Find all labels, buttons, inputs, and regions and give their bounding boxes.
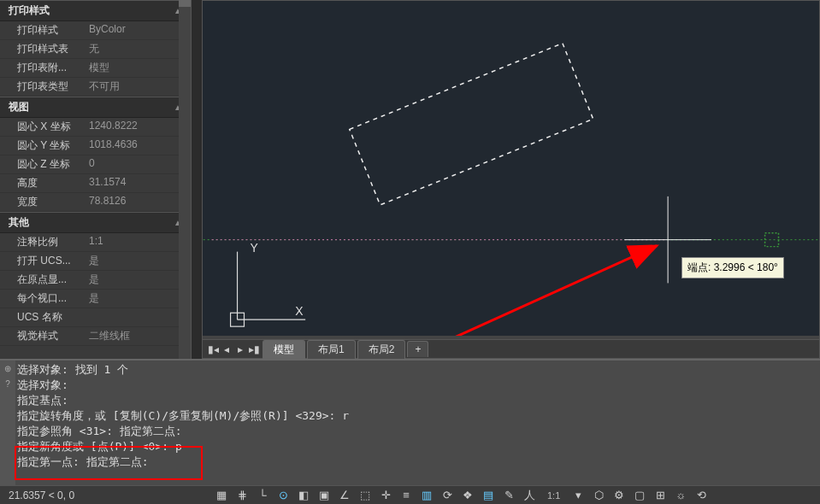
prop-value[interactable]: 0 — [86, 157, 191, 172]
prop-label: 打印表附... — [17, 61, 86, 75]
prop-value[interactable]: 1240.8222 — [86, 120, 191, 134]
prop-value[interactable]: 是 — [86, 254, 191, 268]
prop-label: 宽度 — [17, 195, 86, 209]
prop-row[interactable]: 在原点显...是 — [0, 271, 191, 290]
polar-icon[interactable]: ⊙ — [275, 489, 291, 502]
status-bar: 21.6357 < 0, 0 ▦ ⋕ └ ⊙ ◧ ▣ ∠ ⬚ ✛ ≡ ▥ ⟳ ❖… — [0, 485, 820, 504]
prop-value[interactable] — [86, 310, 191, 325]
prop-row[interactable]: 打开 UCS...是 — [0, 252, 191, 271]
prop-label: 打印表类型 — [17, 79, 86, 94]
prop-label: 注释比例 — [17, 235, 86, 249]
cmd-help-icon[interactable]: ? — [2, 379, 14, 391]
prop-value[interactable]: 是 — [86, 291, 191, 306]
status-coords[interactable]: 21.6357 < 0, 0 — [0, 489, 214, 501]
tab-add[interactable]: + — [407, 341, 428, 357]
prop-label: 高度 — [17, 176, 86, 190]
panel-scrollbar-track[interactable] — [179, 0, 191, 359]
cmd-line: 选择对象: 找到 1 个 — [17, 362, 817, 378]
prop-row[interactable]: 注释比例1:1 — [0, 233, 191, 252]
workspace-icon[interactable]: ⚙ — [611, 489, 627, 502]
dynucs-icon[interactable]: ⬚ — [357, 489, 373, 502]
cmd-line: 指定新角度或 [点(P)] <0>: p — [17, 439, 817, 454]
prop-value[interactable]: 不可用 — [86, 79, 191, 94]
panel-scrollbar-thumb[interactable] — [179, 0, 191, 7]
prop-label: 圆心 X 坐标 — [17, 120, 86, 134]
tab-nav-prev-icon[interactable]: ◂ — [220, 343, 233, 355]
anno-scale-person-icon[interactable]: 人 — [522, 489, 537, 502]
status-toggles: ▦ ⋕ └ ⊙ ◧ ▣ ∠ ⬚ ✛ ≡ ▥ ⟳ ❖ ▤ ✎ 人 1:1 ▾ ⬡ … — [214, 489, 709, 502]
prop-label: 打印样式表 — [17, 42, 86, 56]
osnap-icon[interactable]: ▣ — [316, 489, 332, 502]
tab-nav-first-icon[interactable]: ▮◂ — [206, 343, 220, 355]
prop-row[interactable]: 高度31.1574 — [0, 174, 191, 193]
tab-nav-next-icon[interactable]: ▸ — [233, 343, 247, 355]
polar-tooltip: 端点: 3.2996 < 180° — [681, 257, 784, 278]
svg-text:X: X — [295, 304, 303, 318]
3dosnap-icon[interactable]: ❖ — [460, 489, 475, 502]
prop-row[interactable]: 打印样式ByColor — [0, 21, 191, 40]
prop-value[interactable]: 是 — [86, 273, 191, 287]
section-title: 打印样式 — [9, 3, 50, 18]
prop-value[interactable]: ByColor — [86, 23, 191, 38]
cycle-icon[interactable]: ⟳ — [439, 489, 455, 502]
tab-layout2[interactable]: 布局2 — [357, 340, 406, 359]
prop-value[interactable]: 78.8126 — [86, 195, 191, 209]
section-header-view[interactable]: 视图 ▲ — [0, 97, 191, 118]
prop-value[interactable]: 1:1 — [86, 235, 191, 249]
otrack-icon[interactable]: ∠ — [337, 489, 352, 502]
layout-tabs: ▮◂ ◂ ▸ ▸▮ 模型 布局1 布局2 + — [203, 339, 819, 358]
iso-icon[interactable]: ◧ — [296, 489, 311, 502]
grid-icon[interactable]: ▦ — [214, 489, 229, 502]
tab-model[interactable]: 模型 — [263, 340, 305, 359]
cmd-line: 指定第一点: 指定第二点: — [17, 454, 817, 470]
snap-icon[interactable]: ⋕ — [234, 489, 250, 502]
prop-row[interactable]: 打印样式表无 — [0, 40, 191, 59]
anno-auto-icon[interactable]: ⬡ — [591, 489, 606, 502]
prop-value[interactable]: 无 — [86, 42, 191, 56]
prop-row[interactable]: 视觉样式二维线框 — [0, 327, 191, 346]
lineweight-icon[interactable]: ≡ — [398, 489, 414, 502]
hardware-icon[interactable]: ⊞ — [652, 489, 668, 502]
prop-label: 圆心 Z 坐标 — [17, 157, 86, 172]
command-lines[interactable]: 选择对象: 找到 1 个 选择对象: 指定基点: 指定旋转角度，或 [复制(C)… — [17, 362, 817, 470]
cmd-pin-icon[interactable]: ⊕ — [2, 364, 14, 376]
section-title: 其他 — [9, 215, 29, 230]
transparency-icon[interactable]: ▥ — [419, 489, 434, 502]
monitor-icon[interactable]: ▢ — [632, 489, 647, 502]
section-header-other[interactable]: 其他 ▲ — [0, 212, 191, 233]
drawing-canvas[interactable]: Y X 端点: 3.2996 < 180° ▮◂ ◂ ▸ ▸▮ 模型 布局1 布… — [202, 0, 820, 359]
tooltip-text: 端点: 3.2996 < 180° — [687, 261, 778, 273]
prop-label: 在原点显... — [17, 273, 86, 287]
section-title: 视图 — [9, 100, 29, 114]
quickprops-icon[interactable]: ▤ — [481, 489, 496, 502]
prop-label: 每个视口... — [17, 291, 86, 306]
prop-row[interactable]: 圆心 Z 坐标0 — [0, 155, 191, 174]
cmd-line: 指定基点: — [17, 393, 817, 408]
annotation-icon[interactable]: ✎ — [501, 489, 516, 502]
section-header-print-style[interactable]: 打印样式 ▲ — [0, 0, 191, 21]
prop-label: UCS 名称 — [17, 310, 86, 325]
ortho-icon[interactable]: └ — [255, 489, 270, 502]
prop-row[interactable]: 宽度78.8126 — [0, 193, 191, 212]
properties-panel: 打印样式 ▲ 打印样式ByColor 打印样式表无 打印表附...模型 打印表类… — [0, 0, 192, 359]
prop-row[interactable]: 打印表附...模型 — [0, 59, 191, 78]
prop-value[interactable]: 模型 — [86, 61, 191, 75]
anno-scale-dropdown-icon[interactable]: ▾ — [570, 489, 586, 502]
clean-icon[interactable]: ⟲ — [693, 489, 709, 502]
prop-value[interactable]: 二维线框 — [86, 329, 191, 343]
prop-value[interactable]: 1018.4636 — [86, 138, 191, 153]
prop-row[interactable]: 每个视口...是 — [0, 290, 191, 308]
prop-value[interactable]: 31.1574 — [86, 176, 191, 190]
cmd-line: 选择对象: — [17, 378, 817, 393]
svg-text:Y: Y — [250, 241, 257, 255]
dyn-input-icon[interactable]: ✛ — [378, 489, 393, 502]
prop-row[interactable]: 打印表类型不可用 — [0, 78, 191, 97]
prop-row[interactable]: 圆心 Y 坐标1018.4636 — [0, 137, 191, 155]
prop-row[interactable]: UCS 名称 — [0, 308, 191, 327]
prop-label: 打开 UCS... — [17, 254, 86, 268]
tab-nav-last-icon[interactable]: ▸▮ — [247, 343, 261, 355]
isolate-icon[interactable]: ☼ — [673, 489, 688, 502]
prop-row[interactable]: 圆心 X 坐标1240.8222 — [0, 118, 191, 137]
tab-layout1[interactable]: 布局1 — [307, 340, 356, 359]
anno-scale-text[interactable]: 1:1 — [542, 490, 565, 501]
